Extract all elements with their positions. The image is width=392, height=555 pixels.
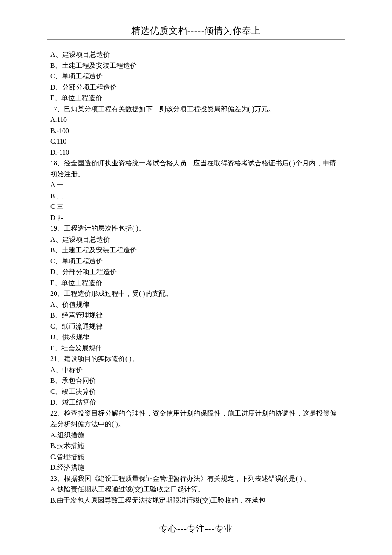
body-line: A、价值规律 <box>50 299 342 310</box>
body-line: B、土建工程及安装工程造价 <box>50 245 342 256</box>
body-line: C.管理措施 <box>50 451 342 462</box>
body-line: A、建设项目总造价 <box>50 234 342 245</box>
body-line: C、纸币流通规律 <box>50 321 342 332</box>
body-line: B、经营管理规律 <box>50 310 342 321</box>
body-line: E、单位工程造价 <box>50 92 342 104</box>
body-line: 23、根据我国《建设工程质量保证金管理暂行办法》有关规定，下列表述错误的是( )… <box>50 473 342 484</box>
body-line: 21、建设项目的实际造价( )。 <box>50 353 342 364</box>
body-line: D.经济措施 <box>50 462 342 473</box>
body-line: C.110 <box>50 136 342 147</box>
body-line: D、分部分项工程造价 <box>50 266 342 278</box>
body-line: E、单位工程造价 <box>50 278 342 289</box>
body-line: 20、工程造价形成过程中，受( )的支配。 <box>50 288 342 299</box>
body-line: B.技术措施 <box>50 440 342 451</box>
body-line: C、单项工程造价 <box>50 256 342 267</box>
body-line: A.110 <box>50 114 342 125</box>
body-line: B.由于发包人原因导致工程无法按规定期限进行竣(交)工验收的，在承包 <box>50 495 342 506</box>
document-body: A、建设项目总造价 B、土建工程及安装工程造价 C、单项工程造价 D、分部分项工… <box>50 49 342 506</box>
body-line: 22、检查投资目标分解的合理性，资金使用计划的保障性，施工进度计划的协调性，这是… <box>50 408 342 430</box>
body-line: A、中标价 <box>50 364 342 376</box>
document-page: 精选优质文档-----倾情为你奉上 A、建设项目总造价 B、土建工程及安装工程造… <box>0 0 392 555</box>
body-line: B、承包合同价 <box>50 375 342 386</box>
body-line: D 四 <box>50 212 342 223</box>
body-line: D、竣工结算价 <box>50 397 342 408</box>
header-rule <box>47 39 345 41</box>
body-line: C、竣工决算价 <box>50 386 342 397</box>
body-line: A.组织措施 <box>50 430 342 441</box>
body-line: A.缺陷责任期从工程通过竣(交)工验收之日起计算。 <box>50 484 342 495</box>
page-footer: 专心---专注---专业 <box>0 523 392 535</box>
body-line: C、单项工程造价 <box>50 71 342 82</box>
body-line: D.-110 <box>50 147 342 158</box>
body-line: B、土建工程及安装工程造价 <box>50 60 342 71</box>
body-line: B.-100 <box>50 125 342 136</box>
page-header: 精选优质文档-----倾情为你奉上 <box>0 25 392 39</box>
body-line: 18、经全国造价师执业资格统一考试合格人员，应当在取得资格考试合格证书后( )个… <box>50 158 342 179</box>
body-line: 17、已知某分项工程有关数据如下，则该分项工程投资局部偏差为( )万元。 <box>50 104 342 115</box>
body-line: E、社会发展规律 <box>50 343 342 354</box>
body-line: D、分部分项工程造价 <box>50 82 342 93</box>
body-line: D、供求规律 <box>50 332 342 343</box>
body-line: C 三 <box>50 201 342 212</box>
body-line: B 二 <box>50 191 342 202</box>
body-line: A、建设项目总造价 <box>50 49 342 60</box>
body-line: A 一 <box>50 179 342 191</box>
body-line: 19、工程造计的层次性包括( )。 <box>50 223 342 234</box>
